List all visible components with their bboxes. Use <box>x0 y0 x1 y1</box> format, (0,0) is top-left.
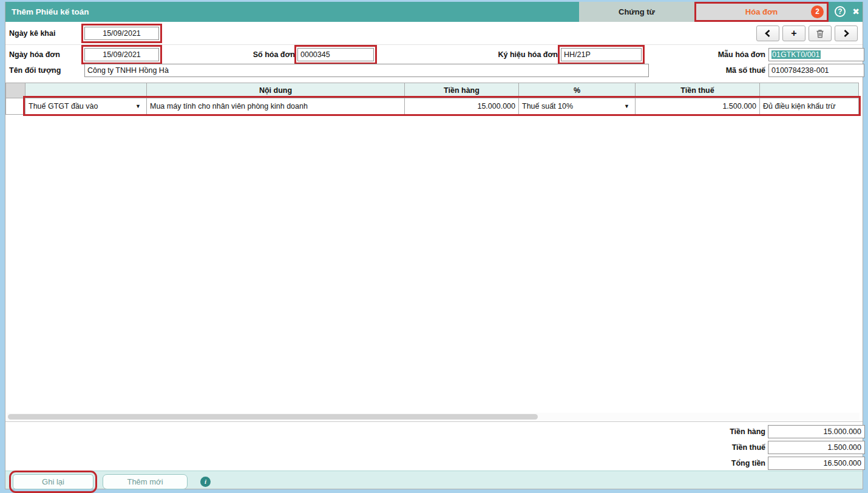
grid-header-tien-hang: Tiền hàng <box>404 83 519 98</box>
grid-header-noi-dung: Nội dung <box>146 83 405 98</box>
dialog-them-phieu-ke-toan: Thêm Phiếu kế toán Chứng từ Hóa đơn 2 ? … <box>5 2 863 489</box>
cell-thue-suat-value: Thuế suất 10% <box>522 102 573 110</box>
total-tong-tien-value: 16.500.000 <box>768 457 865 470</box>
cell-tien-hang[interactable]: 15.000.000 <box>404 98 519 115</box>
grid-header-tien-thue: Tiền thuế <box>635 83 760 98</box>
ky-hieu-hoa-don-label: Ký hiệu hóa đơn <box>461 48 558 61</box>
row-separator <box>5 44 863 45</box>
cell-tien-hang-value: 15.000.000 <box>477 102 515 110</box>
screen-background: Thêm Phiếu kế toán Chứng từ Hóa đơn 2 ? … <box>0 0 868 493</box>
titlebar: Thêm Phiếu kế toán Chứng từ Hóa đơn 2 ? … <box>5 2 863 22</box>
next-record-button[interactable] <box>835 25 858 41</box>
mau-hoa-don-label: Mẫu hóa đơn <box>696 48 765 61</box>
ngay-ke-khai-input[interactable] <box>84 27 159 40</box>
row-selector-cell[interactable] <box>5 98 25 115</box>
ma-so-thue-input[interactable] <box>768 64 864 77</box>
cell-noi-dung[interactable]: Mua máy tính cho nhân viên phòng kinh do… <box>146 98 405 115</box>
info-icon[interactable]: i <box>200 477 211 487</box>
record-navigator: + <box>756 25 861 41</box>
grid-header-percent: % <box>518 83 636 98</box>
horizontal-scrollbar[interactable] <box>6 413 860 421</box>
ngay-hoa-don-label: Ngày hóa đơn <box>9 48 82 61</box>
prev-record-button[interactable] <box>756 25 779 41</box>
close-icon: ✖ <box>852 7 860 16</box>
total-tien-hang-value: 15.000.000 <box>768 425 865 438</box>
total-tong-tien-label: Tổng tiền <box>625 457 765 470</box>
notification-badge: 2 <box>811 5 824 18</box>
so-hoa-don-label: Số hóa đơn <box>221 48 295 61</box>
add-record-button[interactable]: + <box>782 25 805 41</box>
cell-tien-thue[interactable]: 1.500.000 <box>635 98 760 115</box>
scrollbar-thumb[interactable] <box>8 414 538 420</box>
footer-bar: Ghi lại Thêm mới i <box>5 471 863 489</box>
ky-hieu-hoa-don-input[interactable] <box>561 48 642 61</box>
chevron-left-icon <box>764 29 771 38</box>
tab-chung-tu[interactable]: Chứng từ <box>579 2 694 22</box>
cell-noi-dung-value: Mua máy tính cho nhân viên phòng kinh do… <box>150 102 308 110</box>
cell-tien-thue-value: 1.500.000 <box>722 102 756 110</box>
total-tien-hang-label: Tiền hàng <box>625 425 765 438</box>
ma-so-thue-label: Mã số thuế <box>696 64 765 77</box>
grid-header-loai <box>25 83 147 98</box>
mau-hoa-don-input[interactable]: 01GTKT0/001 <box>768 48 864 61</box>
total-tien-thue-label: Tiền thuế <box>625 441 765 454</box>
so-hoa-don-input[interactable] <box>297 48 374 61</box>
selected-text: 01GTKT0/001 <box>771 50 821 59</box>
caret-down-icon: ▼ <box>624 98 629 115</box>
total-tien-thue-value: 1.500.000 <box>768 441 865 454</box>
ngay-ke-khai-label: Ngày kê khai <box>9 27 82 40</box>
cell-thue-suat-dropdown[interactable]: Thuế suất 10% ▼ <box>518 98 636 115</box>
grid-corner-cell <box>5 83 25 98</box>
trash-icon <box>816 29 824 38</box>
close-button[interactable]: ✖ <box>849 2 863 22</box>
question-icon: ? <box>835 6 846 17</box>
caret-down-icon: ▼ <box>135 98 141 115</box>
separator-line <box>5 421 863 422</box>
cell-loai-thue-dropdown[interactable]: Thuế GTGT đầu vào ▼ <box>25 98 147 115</box>
tab-hoa-don[interactable]: Hóa đơn 2 <box>694 2 829 22</box>
cell-ghi-chu-value: Đủ điều kiện khấu trừ <box>763 102 836 110</box>
chevron-right-icon <box>843 29 850 38</box>
grid-header-ghi-chu <box>759 83 859 98</box>
save-button[interactable]: Ghi lại <box>13 474 93 489</box>
add-new-button[interactable]: Thêm mới <box>103 474 188 489</box>
tab-chung-tu-label: Chứng từ <box>619 7 655 16</box>
dialog-title: Thêm Phiếu kế toán <box>12 2 89 22</box>
tab-hoa-don-label: Hóa đơn <box>745 7 778 16</box>
ngay-hoa-don-input[interactable] <box>84 48 159 61</box>
delete-record-button[interactable] <box>809 25 832 41</box>
ten-doi-tuong-label: Tên đối tượng <box>9 64 82 77</box>
help-button[interactable]: ? <box>832 2 848 22</box>
cell-ghi-chu[interactable]: Đủ điều kiện khấu trừ <box>759 98 859 115</box>
ten-doi-tuong-input[interactable] <box>84 64 649 77</box>
cell-loai-thue-value: Thuế GTGT đầu vào <box>29 102 98 110</box>
